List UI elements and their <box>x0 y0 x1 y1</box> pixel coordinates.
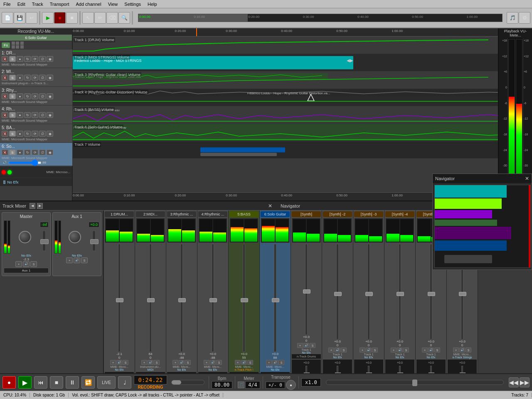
pitch-slider-handle[interactable] <box>412 379 417 386</box>
menu-track[interactable]: Track <box>29 1 47 7</box>
pause-button[interactable]: ⏸ <box>66 376 79 389</box>
cs-fader-2[interactable] <box>147 298 155 302</box>
menu-view[interactable]: View <box>105 1 121 7</box>
cs-fader-11[interactable] <box>428 292 435 296</box>
cs-s-10[interactable]: S <box>403 348 409 352</box>
cs-s-2[interactable]: S <box>154 360 160 365</box>
cs-plus-3[interactable]: + <box>172 360 178 365</box>
cs-plus-5[interactable]: + <box>235 360 241 365</box>
cs-name-1[interactable]: 1:DRUM... <box>105 211 134 217</box>
play-button[interactable]: ▶ <box>18 376 32 389</box>
track-volume-6[interactable] <box>8 162 42 164</box>
rewind-button[interactable]: ⏮ <box>34 376 47 389</box>
cs-speaker-1[interactable]: 🔊 <box>116 360 122 365</box>
track-s-3[interactable]: S <box>9 93 16 99</box>
mixer-prev-btn[interactable]: ◀ <box>30 203 35 209</box>
nav-scroll-handle[interactable] <box>444 255 492 263</box>
track-mono-2[interactable]: ◉ <box>47 75 53 81</box>
track-record-6[interactable]: ● <box>17 149 23 155</box>
cs-plus-11[interactable]: + <box>422 348 428 352</box>
menu-transport[interactable]: Transport <box>47 1 73 7</box>
track-lane-6[interactable]: Track 6 (Solo Guitar) Volume Federico Lo… <box>73 124 498 141</box>
cs-fader-4[interactable] <box>209 298 217 302</box>
track-record-2[interactable]: ● <box>17 75 23 81</box>
cs-fader-3[interactable] <box>178 298 186 302</box>
navigator-close[interactable]: ✕ <box>525 176 529 181</box>
track-s-4[interactable]: S <box>9 112 16 118</box>
cs-fader-5[interactable] <box>241 298 248 302</box>
cs-fader-9[interactable] <box>365 292 373 296</box>
cs-speaker-7[interactable]: 🔊 <box>303 343 309 348</box>
cs-plus-8[interactable]: + <box>328 348 334 352</box>
pitch-slider[interactable] <box>326 380 504 385</box>
play-button-tb[interactable]: ▶ <box>42 12 54 24</box>
track-s-6[interactable]: S <box>9 149 16 155</box>
bpm-value[interactable]: 80.00 <box>212 381 232 389</box>
cs-name-5[interactable]: 5:BASS <box>229 211 259 217</box>
track-lane-7[interactable]: Track 7 Volume <box>73 141 498 159</box>
track-phase-3[interactable]: ∅ <box>39 93 46 99</box>
track-record-1[interactable]: ● <box>17 56 23 62</box>
track-phase-2[interactable]: ∅ <box>39 75 46 81</box>
loop-button[interactable]: 🔁 <box>81 376 95 389</box>
cs-speaker-2[interactable]: 🔊 <box>148 360 153 365</box>
cs-plus-1[interactable]: + <box>110 360 116 365</box>
nav-map[interactable] <box>434 185 531 268</box>
live-button[interactable]: LIVE <box>97 376 116 389</box>
cs-name-6[interactable]: 6:Solo Guitar <box>261 211 290 217</box>
master-btn-speaker[interactable]: 🔊 <box>23 261 30 267</box>
track-mono-4[interactable]: ◉ <box>47 112 53 118</box>
menu-settings[interactable]: Settings <box>121 1 144 7</box>
track-mute-2[interactable]: 🔇 <box>2 75 8 81</box>
nav-left-button[interactable]: ◀◀ <box>509 377 519 387</box>
track-phase-5[interactable]: ∅ <box>39 131 46 137</box>
track-phase-1[interactable]: ∅ <box>39 56 46 62</box>
record-button-tb[interactable]: ● <box>54 12 66 24</box>
cs-s-4[interactable]: S <box>216 360 222 365</box>
track-lane-4[interactable]: Track 4 (Rhythmic Guitar Distortion) Vol… <box>73 89 498 106</box>
track-loop-5[interactable]: ⟳ <box>32 131 38 137</box>
cs-speaker-12[interactable]: 🔊 <box>459 348 465 352</box>
mixer-close-btn[interactable]: ✕ <box>268 203 272 209</box>
cs-name-2[interactable]: 2:MIDI... <box>136 211 165 217</box>
metronome-trans[interactable]: ♩ <box>118 376 131 389</box>
cs-name-3[interactable]: 3:Rhythmic ... <box>167 211 196 217</box>
track-record-4[interactable]: ● <box>17 112 23 118</box>
cs-s-6[interactable]: S <box>278 360 284 365</box>
cs-fader-8[interactable] <box>334 292 342 296</box>
track-phase-4[interactable]: ∅ <box>39 112 46 118</box>
metronome-button[interactable]: 🎵 <box>507 12 518 24</box>
fx-button[interactable]: Fx <box>2 42 10 48</box>
track-loop-1[interactable]: ⟳ <box>32 56 38 62</box>
record-led[interactable] <box>2 170 6 174</box>
cs-s-7[interactable]: S <box>310 343 315 348</box>
meter-value[interactable]: 4/4 <box>245 381 260 389</box>
track-s-2[interactable]: S <box>9 75 16 81</box>
track-arrow-3[interactable]: ↻ <box>24 93 31 99</box>
cs-speaker-8[interactable]: 🔊 <box>335 348 340 352</box>
cs-plus-9[interactable]: + <box>360 348 365 352</box>
nav-right-button[interactable]: ▶▶ <box>520 377 530 387</box>
speed-value[interactable]: x1.0 <box>301 378 321 387</box>
track-lane-5[interactable]: Track 5 (BASS) Volume Federico Loddo - H… <box>73 106 498 124</box>
track-lane-1[interactable]: Track 1 (DRJM) Volume <box>73 37 498 54</box>
cs-s-12[interactable]: S <box>466 348 471 352</box>
track-loop-2[interactable]: ⟳ <box>32 75 38 81</box>
track-mono-3[interactable]: ◉ <box>47 93 53 99</box>
stop-button[interactable]: ■ <box>50 376 63 389</box>
cs-s-9[interactable]: S <box>372 348 378 352</box>
menu-file[interactable]: File <box>0 1 14 7</box>
track-arrow-6[interactable]: ↻ <box>24 149 31 155</box>
track-mute-6[interactable]: 🔇 <box>2 149 8 155</box>
cs-s-3[interactable]: S <box>185 360 191 365</box>
track-loop-6[interactable]: ⟳ <box>32 149 38 155</box>
track-mute-1[interactable]: 🔇 <box>2 56 8 62</box>
cs-name-9[interactable]: [Synth] -3 <box>354 211 383 217</box>
meter-icon[interactable]: 🎵 <box>238 382 244 388</box>
track-phase-6[interactable]: ∅ <box>39 149 46 155</box>
menu-help[interactable]: Help <box>144 1 160 7</box>
master-knob[interactable] <box>19 231 31 243</box>
stop-button-tb[interactable]: ■ <box>66 12 78 24</box>
aux1-btn-plus[interactable]: + <box>66 257 73 263</box>
save-button[interactable]: 💾 <box>14 12 25 24</box>
